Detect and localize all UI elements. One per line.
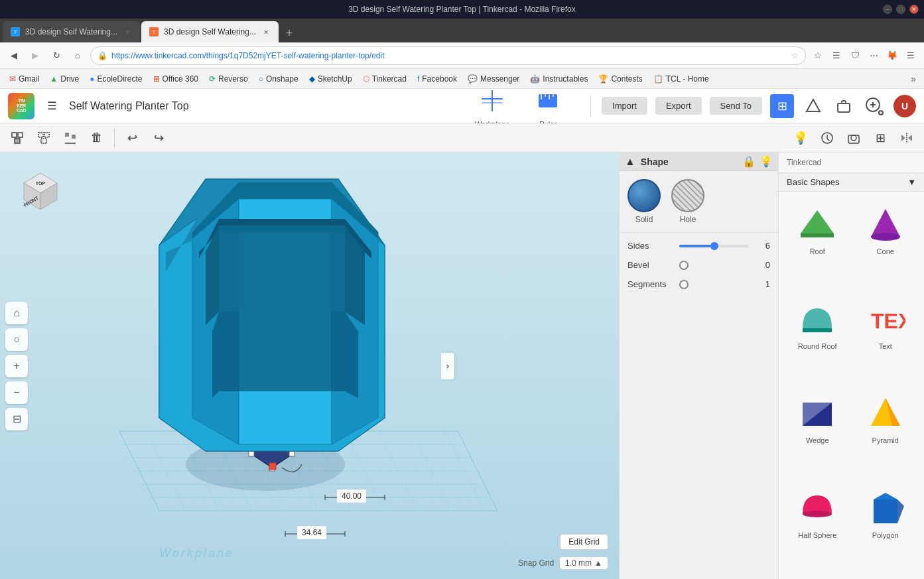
orientation-cube[interactable]: TOP FRONT	[11, 163, 70, 225]
overflow-icon[interactable]: ⋯	[866, 48, 882, 64]
browser-tab-1[interactable]: T 3D design Self Watering... ✕	[3, 21, 140, 42]
shapes-subcategory-label: Basic Shapes	[787, 177, 840, 187]
note-icon[interactable]	[815, 126, 839, 150]
new-tab-button[interactable]: +	[280, 24, 298, 42]
snap-grid-select[interactable]: 1.0 mm ▲	[559, 556, 608, 570]
tabbar: T 3D design Self Watering... ✕ T 3D desi…	[0, 19, 924, 42]
shape-item-wedge[interactable]: Wedge	[784, 386, 851, 480]
bookmarks-more-button[interactable]: »	[908, 72, 919, 86]
svg-rect-15	[38, 133, 43, 137]
shape-item-cone[interactable]: Cone	[852, 197, 919, 290]
shape-item-round-roof[interactable]: Round Roof	[784, 292, 851, 385]
camera-icon[interactable]	[842, 126, 866, 150]
bookmark-office[interactable]: ⊞ Office 360	[149, 73, 202, 85]
export-button[interactable]: Export	[655, 97, 702, 115]
shape-item-pyramid[interactable]: Pyramid	[852, 386, 919, 480]
lightbulb-shape-icon[interactable]: 💡	[759, 155, 773, 168]
bookmark-onshape[interactable]: ○ Onshape	[255, 73, 302, 85]
panel-chevron-toggle[interactable]: ›	[441, 353, 454, 379]
bookmark-gmail[interactable]: ✉ Gmail	[5, 73, 43, 85]
layers-button[interactable]: ⊟	[5, 408, 28, 430]
svg-point-22	[851, 135, 856, 141]
light-bulb-icon[interactable]: 💡	[789, 126, 813, 150]
bookmark-facebook[interactable]: f Facebook	[413, 73, 461, 85]
window-title: 3D design Self Watering Planter Top | Ti…	[348, 5, 576, 14]
bookmark-drive[interactable]: ▲ Drive	[46, 73, 83, 85]
home-button[interactable]: ⌂	[69, 47, 86, 64]
tab-close-2[interactable]: ✕	[261, 27, 271, 36]
drive-icon: ▲	[50, 74, 58, 84]
bookmark-contests[interactable]: 🏆 Contests	[594, 73, 646, 85]
bevel-radio[interactable]	[679, 261, 689, 270]
bookmark-reverso-label: Reverso	[218, 74, 248, 84]
grid-icon[interactable]: ⊞	[868, 126, 892, 150]
add-profile-icon[interactable]	[863, 95, 886, 117]
undo-button[interactable]: ↩	[120, 126, 144, 150]
edit-grid-button[interactable]: Edit Grid	[560, 534, 608, 550]
cone-label: Cone	[877, 247, 894, 255]
star-icon[interactable]: ☆	[810, 48, 826, 64]
bookmark-tinkercad[interactable]: ⬡ Tinkercad	[359, 73, 411, 85]
mirror-icon[interactable]	[895, 126, 919, 150]
grid-view-icon[interactable]: ⊞	[770, 94, 794, 118]
home-view-button[interactable]: ⌂	[5, 302, 28, 324]
maximize-button[interactable]: □	[896, 5, 905, 14]
zoom-out-button[interactable]: −	[5, 381, 28, 404]
user-avatar[interactable]: U	[893, 95, 916, 117]
import-button[interactable]: Import	[602, 97, 647, 115]
lock-shape-icon[interactable]: 🔒	[742, 155, 756, 168]
ungroup-button[interactable]	[32, 126, 56, 150]
zoom-in-button[interactable]: +	[5, 355, 28, 377]
bookmark-ecoledirecte[interactable]: ● EcoleDirecte	[86, 73, 146, 85]
bookmark-reverso[interactable]: ⟳ Reverso	[205, 73, 252, 85]
back-button[interactable]: ◀	[5, 47, 23, 64]
shape-item-roof[interactable]: Roof	[784, 197, 851, 290]
sides-slider[interactable]	[679, 245, 749, 247]
toolbar-divider	[114, 129, 115, 147]
close-button[interactable]: ✕	[909, 5, 919, 14]
zoom-fit-button[interactable]: ○	[5, 328, 28, 351]
create-group-button[interactable]	[5, 126, 29, 150]
redo-button[interactable]: ↪	[147, 126, 170, 150]
shield-icon[interactable]: 🛡	[847, 48, 863, 64]
shape-item-half-sphere[interactable]: Half Sphere	[784, 481, 851, 574]
tinkercad-logo[interactable]: TINKERCAD	[8, 93, 34, 119]
sides-track	[679, 245, 714, 247]
bevel-label: Bevel	[627, 260, 674, 270]
shape-type-selector: Solid Hole	[620, 171, 778, 233]
briefcase-icon[interactable]	[832, 95, 855, 117]
segments-value: 1	[754, 279, 770, 289]
tab-close-1[interactable]: ✕	[123, 27, 132, 36]
align-button[interactable]	[58, 126, 82, 150]
workplane-icon	[476, 84, 509, 117]
hamburger-menu-icon[interactable]: ☰	[42, 97, 61, 115]
shape-item-text[interactable]: TEXT Text	[852, 292, 919, 385]
shape-panel-collapse[interactable]: ▲ Shape 🔒 💡	[620, 153, 778, 171]
minimize-button[interactable]: ─	[883, 5, 892, 14]
delete-button[interactable]: 🗑	[85, 126, 109, 150]
menu-icon[interactable]: ☰	[903, 48, 919, 64]
bookmark-tcl[interactable]: 📋 TCL - Home	[649, 73, 713, 85]
bookmark-sketchup[interactable]: ◆ SketchUp	[305, 73, 356, 85]
svg-point-84	[871, 233, 900, 241]
shape-tool-icon[interactable]	[802, 95, 825, 117]
send-to-button[interactable]: Send To	[710, 97, 762, 115]
solid-option[interactable]: Solid	[627, 179, 661, 224]
sides-thumb[interactable]	[710, 242, 718, 250]
shapes-category-dropdown[interactable]: Basic Shapes ▼	[779, 173, 924, 192]
firefox-icon[interactable]: 🦊	[884, 48, 900, 64]
reader-icon[interactable]: ☰	[828, 48, 844, 64]
address-box[interactable]: 🔒 https://www.tinkercad.com/things/1q7D5…	[90, 46, 806, 65]
bookmark-facebook-label: Facebook	[422, 74, 457, 84]
bookmark-sketchup-label: SketchUp	[318, 74, 352, 84]
titlebar-controls: ─ □ ✕	[883, 5, 919, 14]
wedge-label: Wedge	[806, 436, 829, 444]
bookmark-star-icon[interactable]: ☆	[791, 51, 799, 60]
shape-item-polygon[interactable]: Polygon	[852, 481, 919, 574]
forward-button[interactable]: ▶	[27, 47, 44, 64]
browser-tab-2[interactable]: T 3D design Self Watering... ✕	[141, 21, 279, 42]
segments-radio[interactable]	[679, 280, 689, 289]
refresh-button[interactable]: ↻	[48, 47, 65, 64]
viewport-container[interactable]: TOP FRONT ⌂ ○ + − ⊟	[0, 153, 619, 579]
hole-option[interactable]: Hole	[671, 179, 704, 224]
